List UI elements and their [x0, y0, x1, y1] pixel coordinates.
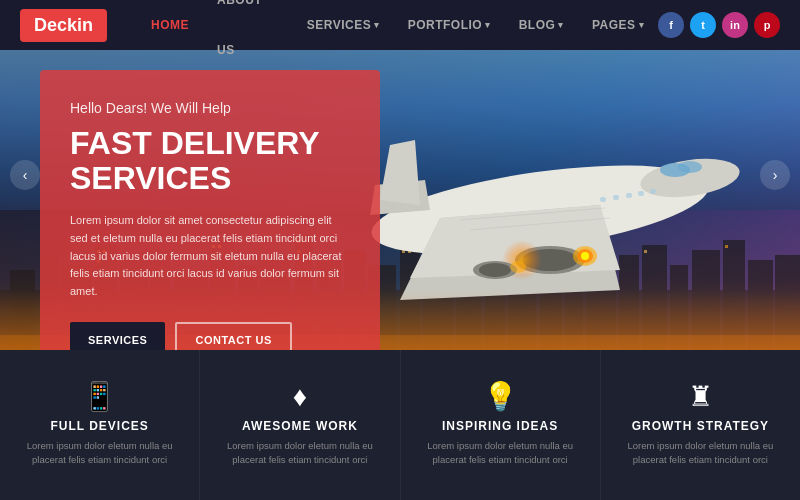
feature-awesome-work: ♦ AWESOME WORK Lorem ipsum dolor eletum …	[200, 350, 400, 500]
nav-portfolio[interactable]: PORTFOLIO ▾	[394, 0, 505, 50]
phone-icon: 📱	[82, 383, 117, 411]
nav-pages[interactable]: PAGES ▾	[578, 0, 658, 50]
feature-desc-3: Lorem ipsum dolor eletum nulla eu placer…	[616, 439, 785, 468]
feature-inspiring-ideas: 💡 INSPIRING IDEAS Lorem ipsum dolor elet…	[401, 350, 601, 500]
svg-point-58	[581, 252, 589, 260]
logo[interactable]: Deckin	[20, 9, 107, 42]
pages-dropdown-arrow: ▾	[639, 0, 645, 50]
svg-marker-52	[380, 140, 420, 205]
feature-desc-0: Lorem ipsum dolor eletum nulla eu placer…	[15, 439, 184, 468]
hero-buttons: SERVICES CONTACT US	[70, 322, 350, 350]
services-button[interactable]: SERVICES	[70, 322, 165, 350]
svg-rect-64	[600, 197, 606, 202]
feature-title-2: INSPIRING IDEAS	[442, 419, 558, 433]
feature-title-1: AWESOME WORK	[242, 419, 358, 433]
feature-full-devices: 📱 FULL DEVICES Lorem ipsum dolor eletum …	[0, 350, 200, 500]
svg-point-61	[510, 261, 526, 273]
contact-button[interactable]: CONTACT US	[175, 322, 291, 350]
feature-desc-1: Lorem ipsum dolor eletum nulla eu placer…	[215, 439, 384, 468]
lightbulb-icon: 💡	[483, 383, 518, 411]
hero-card: Hello Dears! We Will Help FAST DELIVERY …	[40, 70, 380, 350]
portfolio-dropdown-arrow: ▾	[485, 0, 491, 50]
services-dropdown-arrow: ▾	[374, 0, 380, 50]
castle-icon: ♜	[688, 383, 713, 411]
pinterest-icon[interactable]: p	[754, 12, 780, 38]
hero-prev-arrow[interactable]: ‹	[10, 160, 40, 190]
svg-rect-67	[638, 191, 644, 196]
instagram-icon[interactable]: in	[722, 12, 748, 38]
features-section: 📱 FULL DEVICES Lorem ipsum dolor eletum …	[0, 350, 800, 500]
feature-title-0: FULL DEVICES	[50, 419, 148, 433]
navbar: Deckin HOME ABOUT US SERVICES ▾ PORTFOLI…	[0, 0, 800, 50]
nav-services[interactable]: SERVICES ▾	[293, 0, 394, 50]
nav-blog[interactable]: BLOG ▾	[505, 0, 578, 50]
feature-title-3: GROWTH STRATEGY	[632, 419, 769, 433]
hero-title: FAST DELIVERY SERVICES	[70, 126, 350, 196]
hero-next-arrow[interactable]: ›	[760, 160, 790, 190]
nav-links: HOME ABOUT US SERVICES ▾ PORTFOLIO ▾ BLO…	[137, 0, 658, 50]
svg-point-60	[479, 263, 511, 277]
facebook-icon[interactable]: f	[658, 12, 684, 38]
nav-about[interactable]: ABOUT US	[203, 0, 293, 50]
hero-section: Hello Dears! We Will Help FAST DELIVERY …	[0, 0, 800, 350]
svg-point-48	[678, 161, 702, 173]
svg-rect-65	[613, 195, 619, 200]
blog-dropdown-arrow: ▾	[558, 0, 564, 50]
social-icons: f t in p	[658, 12, 780, 38]
nav-home[interactable]: HOME	[137, 0, 203, 50]
svg-rect-66	[626, 193, 632, 198]
hero-description: Lorem ipsum dolor sit amet consectetur a…	[70, 212, 350, 300]
feature-desc-2: Lorem ipsum dolor eletum nulla eu placer…	[416, 439, 585, 468]
hero-subtitle: Hello Dears! We Will Help	[70, 100, 350, 116]
twitter-icon[interactable]: t	[690, 12, 716, 38]
diamond-icon: ♦	[293, 383, 307, 411]
feature-growth-strategy: ♜ GROWTH STRATEGY Lorem ipsum dolor elet…	[601, 350, 800, 500]
svg-rect-68	[650, 189, 656, 194]
